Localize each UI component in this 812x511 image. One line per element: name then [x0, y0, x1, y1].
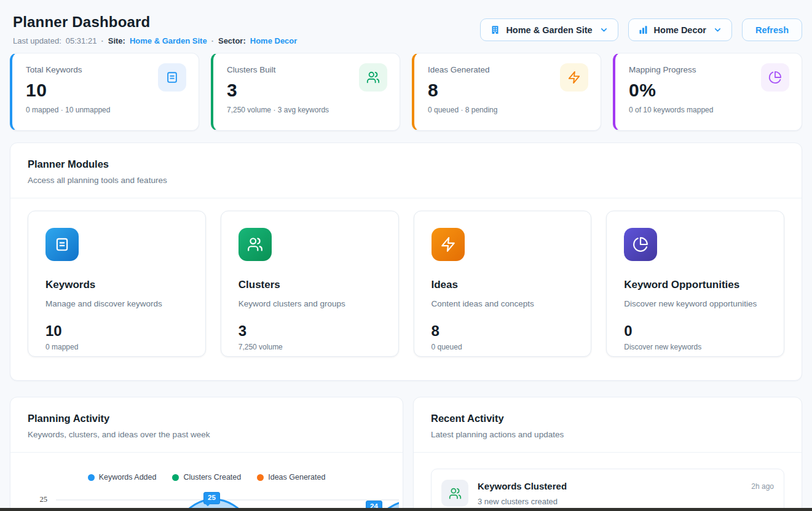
- module-value: 10: [45, 322, 188, 340]
- module-value: 8: [432, 322, 574, 340]
- panel-title: Planning Activity: [28, 413, 385, 424]
- recent-activity-panel: Recent Activity Latest planning actions …: [413, 397, 802, 511]
- bar-chart-icon: [638, 25, 648, 35]
- module-description: Content ideas and concepts: [432, 299, 574, 308]
- users-icon: [238, 228, 272, 261]
- activity-description: 3 new clusters created: [478, 497, 567, 506]
- stat-sub: 0 mapped · 10 unmapped: [26, 106, 185, 114]
- module-card-keyword-opportunities[interactable]: Keyword Opportunities Discover new keywo…: [606, 211, 784, 357]
- meta-line: Last updated: 05:31:21 · Site: Home & Ga…: [13, 36, 297, 45]
- module-value: 3: [238, 322, 381, 340]
- stat-card-mapping-progress: Mapping Progress 0% 0 of 10 keywords map…: [613, 53, 802, 131]
- zap-icon: [560, 63, 588, 92]
- module-sub: Discover new keywords: [624, 343, 767, 351]
- site-selector-button[interactable]: Home & Garden Site: [480, 18, 618, 41]
- module-title: Ideas: [432, 279, 574, 291]
- site-label: Site:: [108, 36, 125, 45]
- activity-item-keywords-clustered[interactable]: Keywords Clustered 3 new clusters create…: [431, 469, 784, 511]
- stat-sub: 0 of 10 keywords mapped: [629, 106, 788, 114]
- site-selector-label: Home & Garden Site: [506, 25, 592, 35]
- legend-dot: [88, 474, 95, 481]
- module-sub: 0 mapped: [45, 343, 188, 351]
- module-title: Keyword Opportunities: [624, 279, 767, 291]
- panel-title: Planner Modules: [28, 158, 784, 170]
- divider: [10, 452, 403, 453]
- sector-link[interactable]: Home Decor: [250, 36, 298, 45]
- point-label-badge: 25: [203, 492, 220, 504]
- sector-label: Sector:: [218, 36, 246, 45]
- header-toolbar: Home & Garden Site Home Decor Refresh: [480, 18, 802, 41]
- module-title: Clusters: [238, 279, 381, 291]
- module-sub: 7,250 volume: [238, 343, 381, 351]
- stat-card-clusters-built: Clusters Built 3 7,250 volume · 3 avg ke…: [211, 53, 400, 131]
- stat-sub: 0 queued · 8 pending: [428, 106, 587, 114]
- stat-sub: 7,250 volume · 3 avg keywords: [227, 106, 386, 114]
- planner-modules-panel: Planner Modules Access all planning tool…: [10, 142, 802, 381]
- module-title: Keywords: [45, 279, 188, 291]
- planning-activity-panel: Planning Activity Keywords, clusters, an…: [10, 397, 403, 511]
- module-card-clusters[interactable]: Clusters Keyword clusters and groups 3 7…: [221, 211, 399, 357]
- panel-subtitle: Keywords, clusters, and ideas over the p…: [28, 430, 385, 439]
- activity-title: Keywords Clustered: [478, 481, 567, 491]
- legend-label: Clusters Created: [183, 473, 241, 482]
- module-description: Discover new keyword opportunities: [624, 299, 767, 308]
- pie-chart-icon: [624, 228, 657, 261]
- refresh-label: Refresh: [755, 25, 789, 35]
- last-updated-value: 05:31:21: [66, 36, 97, 45]
- legend-label: Keywords Added: [99, 473, 157, 482]
- users-icon: [359, 63, 387, 92]
- module-card-keywords[interactable]: Keywords Manage and discover keywords 10…: [28, 211, 206, 357]
- stats-row: Total Keywords 10 0 mapped · 10 unmapped…: [10, 53, 802, 131]
- building-icon: [490, 25, 500, 35]
- module-card-ideas[interactable]: Ideas Content ideas and concepts 8 0 que…: [414, 211, 592, 357]
- module-value: 0: [624, 322, 767, 340]
- legend-dot: [257, 474, 264, 481]
- header-left: Planner Dashboard Last updated: 05:31:21…: [13, 14, 297, 45]
- stat-card-ideas-generated: Ideas Generated 8 0 queued · 8 pending: [412, 53, 601, 131]
- modules-grid: Keywords Manage and discover keywords 10…: [10, 198, 802, 374]
- page-header: Planner Dashboard Last updated: 05:31:21…: [0, 0, 812, 45]
- bottom-row: Planning Activity Keywords, clusters, an…: [10, 397, 802, 511]
- activity-panel-header: Planning Activity Keywords, clusters, an…: [10, 397, 403, 452]
- chevron-down-icon: [599, 25, 609, 34]
- pie-chart-icon: [761, 63, 789, 92]
- module-sub: 0 queued: [432, 343, 574, 351]
- bottom-screen-edge: [0, 508, 812, 511]
- panel-title: Recent Activity: [431, 413, 784, 424]
- chevron-down-icon: [713, 25, 722, 34]
- legend-label: Ideas Generated: [268, 473, 325, 482]
- modules-panel-header: Planner Modules Access all planning tool…: [10, 143, 802, 198]
- divider: [414, 452, 802, 453]
- page-title: Planner Dashboard: [13, 14, 297, 31]
- refresh-button[interactable]: Refresh: [742, 18, 802, 41]
- note-icon: [158, 63, 186, 92]
- activity-item-body: Keywords Clustered 3 new clusters create…: [478, 480, 567, 506]
- legend-dot: [172, 474, 179, 481]
- zap-icon: [432, 228, 465, 261]
- legend-item-clusters-created[interactable]: Clusters Created: [172, 473, 241, 482]
- legend-item-ideas-generated[interactable]: Ideas Generated: [257, 473, 325, 482]
- stat-card-total-keywords: Total Keywords 10 0 mapped · 10 unmapped: [10, 53, 199, 131]
- module-description: Manage and discover keywords: [45, 299, 188, 308]
- note-icon: [45, 228, 79, 261]
- panel-subtitle: Access all planning tools and features: [28, 176, 784, 185]
- users-icon: [441, 480, 468, 507]
- legend-item-keywords-added[interactable]: Keywords Added: [88, 473, 157, 482]
- y-axis-tick: 25: [25, 495, 47, 504]
- module-description: Keyword clusters and groups: [238, 299, 381, 308]
- activity-time: 2h ago: [751, 482, 774, 491]
- meta-dot: ·: [101, 36, 103, 45]
- meta-dot: ·: [211, 36, 214, 45]
- site-link[interactable]: Home & Garden Site: [130, 36, 207, 45]
- sector-selector-label: Home Decor: [654, 25, 706, 35]
- last-updated-label: Last updated:: [13, 36, 61, 45]
- activity-chart: 25 25 24: [25, 485, 399, 511]
- sector-selector-button[interactable]: Home Decor: [628, 18, 732, 41]
- panel-subtitle: Latest planning actions and updates: [431, 430, 784, 439]
- recent-panel-header: Recent Activity Latest planning actions …: [414, 397, 802, 452]
- chart-legend: Keywords Added Clusters Created Ideas Ge…: [10, 473, 403, 482]
